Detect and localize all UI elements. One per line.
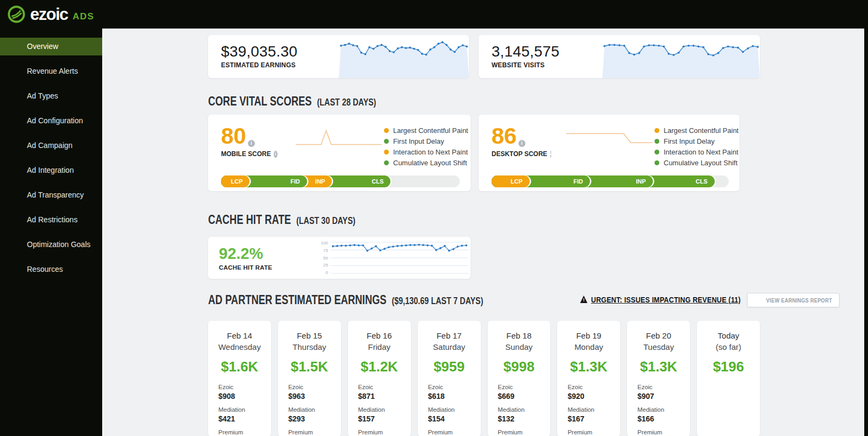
- breakdown-row: Ezoic $907: [637, 383, 690, 401]
- cache-subtitle: (LAST 30 DAYS): [296, 215, 355, 226]
- breakdown-label: Mediation: [288, 406, 341, 413]
- info-icon[interactable]: i: [248, 140, 255, 147]
- sidebar-item[interactable]: Ad Types: [0, 87, 102, 105]
- breakdown-label: Ezoic: [637, 383, 690, 391]
- sidebar-nav: Overview Revenue Alerts Ad Types Ad Conf…: [0, 38, 102, 278]
- cache-rate-label: CACHE HIT RATE: [219, 264, 272, 271]
- sidebar-item[interactable]: Ad Configuration: [0, 112, 102, 130]
- vitals-bar-segment: LCP: [492, 175, 530, 187]
- y-tick-label: 0: [321, 270, 328, 275]
- brand-suffix: ADS: [73, 12, 94, 21]
- sidebar-item[interactable]: Ad Transparency: [0, 186, 102, 204]
- breakdown-row: Mediation $157: [358, 406, 411, 424]
- legend-item: Largest Contentful Paint: [384, 126, 468, 135]
- day-earnings-card: Feb 17 Saturday $959 Ezoic $618 Mediati: [418, 321, 481, 436]
- view-earnings-report-button[interactable]: VIEW EARNINGS REPORT: [747, 293, 839, 307]
- breakdown-label: Ezoic: [567, 383, 620, 391]
- breakdown-value: $963: [288, 391, 341, 401]
- legend-dot-icon: [654, 139, 659, 144]
- desktop-score-card: 86 i DESKTOP SCORE i: [479, 115, 739, 191]
- breakdown-label: Ezoic: [218, 383, 271, 391]
- desktop-vitals-bar: LCP FID INP CLS: [492, 175, 729, 187]
- day-date: Feb 15: [278, 330, 341, 341]
- breakdown-value: $167: [567, 414, 620, 424]
- visits-value: 3,145,575: [492, 43, 602, 60]
- day-breakdown: Ezoic $907 Mediation $166 Premium: [627, 383, 690, 436]
- day-total: $1.2K: [348, 358, 411, 375]
- breakdown-label: Mediation: [498, 406, 551, 413]
- sidebar-item[interactable]: Ad Integration: [0, 161, 102, 179]
- sidebar-item[interactable]: Resources: [0, 261, 102, 278]
- sidebar-item[interactable]: Ad Campaign: [0, 137, 102, 154]
- breakdown-row: Ezoic $963: [288, 383, 341, 401]
- breakdown-row: Ezoic $908: [218, 383, 271, 401]
- desktop-score-label: DESKTOP SCORE: [492, 150, 547, 158]
- breakdown-row: Ezoic $871: [358, 383, 411, 401]
- day-earnings-card: Feb 18 Sunday $998 Ezoic $669 Mediation: [488, 321, 551, 436]
- topbar: ezoic ADS: [0, 0, 868, 29]
- sidebar-item[interactable]: Optimization Goals: [0, 236, 102, 254]
- day-date: Feb 16: [348, 330, 411, 341]
- day-name: (so far): [697, 341, 760, 353]
- mobile-score-value: 80: [221, 125, 246, 147]
- breakdown-row: Premium $197: [498, 428, 551, 436]
- breakdown-label: Mediation: [218, 406, 271, 413]
- sidebar-item[interactable]: Overview: [0, 38, 102, 55]
- breakdown-label: Premium: [567, 428, 620, 436]
- day-date: Feb 20: [627, 330, 690, 341]
- day-earnings-card: Feb 20 Tuesday $1.3K Ezoic $907 Mediati: [627, 321, 690, 436]
- legend-dot-icon: [654, 160, 659, 165]
- y-tick-label: 100: [321, 241, 328, 245]
- sidebar-item[interactable]: Revenue Alerts: [0, 62, 102, 80]
- y-tick-label: 50: [321, 256, 328, 261]
- urgent-issues-link[interactable]: ! URGENT: ISSUES IMPACTING REVENUE (11): [580, 295, 741, 304]
- day-breakdown: Ezoic $618 Mediation $154 Premium: [418, 383, 481, 436]
- breakdown-value: $132: [498, 414, 551, 424]
- mobile-score-sparkline: [294, 128, 384, 151]
- y-tick-label: 75: [321, 248, 328, 253]
- cache-sparkline: [331, 240, 468, 276]
- breakdown-row: Premium $303: [288, 428, 341, 436]
- ad-partner-header-row: AD PARTNER ESTIMATED EARNINGS ($9,130.69…: [208, 293, 760, 307]
- info-icon[interactable]: i: [550, 151, 552, 158]
- warning-icon: !: [580, 296, 588, 303]
- ezoic-logo-icon: [7, 5, 26, 24]
- scrollbar[interactable]: [864, 0, 868, 436]
- day-breakdown: Ezoic $920 Mediation $167 Premium: [557, 383, 620, 436]
- day-name: Tuesday: [627, 341, 690, 353]
- legend-item: Cumulative Layout Shift: [384, 159, 468, 167]
- vitals-legend: Largest Contentful Paint First Input Del…: [384, 125, 468, 167]
- info-icon[interactable]: i: [518, 140, 525, 147]
- sidebar-item[interactable]: Ad Restrictions: [0, 211, 102, 229]
- ad-partner-subtitle: ($9,130.69 LAST 7 DAYS): [392, 296, 483, 306]
- legend-dot-icon: [384, 150, 389, 154]
- day-total: $959: [418, 358, 481, 375]
- cache-y-axis: 1007550250: [321, 240, 328, 276]
- legend-dot-icon: [384, 160, 389, 165]
- ezoic-logo[interactable]: ezoic ADS: [7, 5, 94, 24]
- breakdown-row: Mediation $167: [567, 406, 620, 424]
- vitals-bar-segment: LCP: [221, 175, 250, 187]
- breakdown-label: Premium: [288, 428, 341, 436]
- cache-chart: 1007550250: [321, 240, 471, 276]
- breakdown-value: $293: [288, 414, 341, 424]
- day-total: $196: [697, 358, 760, 375]
- desktop-score-value: 86: [492, 125, 517, 147]
- earnings-sparkline: [339, 35, 469, 78]
- breakdown-row: Premium $274: [637, 428, 690, 436]
- cache-hit-rate-card: 92.2% CACHE HIT RATE 1007550250: [208, 237, 471, 279]
- day-breakdown: Ezoic $871 Mediation $157 Premium: [348, 383, 411, 436]
- day-name: Friday: [348, 341, 411, 353]
- brand-name: ezoic: [30, 5, 68, 24]
- info-icon[interactable]: i: [274, 151, 278, 158]
- legend-dot-icon: [654, 150, 659, 154]
- core-vitals-header: CORE VITAL SCORES (LAST 28 DAYS): [208, 94, 760, 109]
- breakdown-row: Premium $292: [218, 428, 271, 436]
- breakdown-label: Mediation: [567, 406, 620, 413]
- breakdown-label: Premium: [428, 428, 481, 436]
- stats-row: $39,035.30 ESTIMATED EARNINGS 3,145,575 …: [208, 35, 760, 78]
- breakdown-row: Ezoic $920: [567, 383, 620, 401]
- vitals-legend: Largest Contentful Paint First Input Del…: [654, 125, 738, 167]
- vitals-row: 80 i MOBILE SCORE i: [208, 115, 760, 191]
- y-tick-label: 25: [321, 263, 328, 268]
